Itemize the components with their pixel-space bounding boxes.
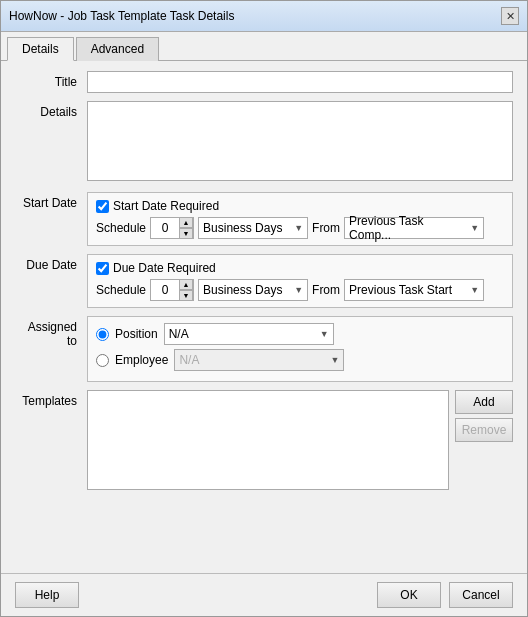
- employee-value: N/A: [179, 353, 199, 367]
- due-date-schedule-label: Schedule: [96, 283, 146, 297]
- assigned-to-field: Position N/A ▼ Employee N/A ▼: [87, 316, 513, 382]
- title-field: [87, 71, 513, 93]
- title-bar: HowNow - Job Task Template Task Details …: [1, 1, 527, 32]
- due-date-days-dropdown[interactable]: Business Days ▼: [198, 279, 308, 301]
- employee-radio[interactable]: [96, 354, 109, 367]
- due-date-required-checkbox[interactable]: [96, 262, 109, 275]
- details-input[interactable]: [87, 101, 513, 181]
- due-date-checkbox-row: Due Date Required: [96, 261, 504, 275]
- title-input[interactable]: [87, 71, 513, 93]
- due-date-box: Due Date Required Schedule ▲ ▼ Busin: [87, 254, 513, 308]
- start-date-days-dropdown[interactable]: Business Days ▼: [198, 217, 308, 239]
- tab-bar: Details Advanced: [1, 32, 527, 61]
- due-date-spinner-up[interactable]: ▲: [179, 279, 193, 290]
- form-content: Title Details Start Date Start Date Requ…: [1, 61, 527, 573]
- start-date-label: Start Date: [15, 192, 87, 210]
- close-button[interactable]: ✕: [501, 7, 519, 25]
- due-date-from-label: From: [312, 283, 340, 297]
- due-date-from-dropdown[interactable]: Previous Task Start ▼: [344, 279, 484, 301]
- position-label: Position: [115, 327, 158, 341]
- start-date-row: Start Date Start Date Required Schedule …: [15, 192, 513, 246]
- title-row: Title: [15, 71, 513, 93]
- due-date-from-arrow: ▼: [470, 285, 479, 295]
- tab-advanced[interactable]: Advanced: [76, 37, 159, 61]
- start-date-days-value: Business Days: [203, 221, 282, 235]
- position-dropdown[interactable]: N/A ▼: [164, 323, 334, 345]
- details-field: [87, 101, 513, 184]
- cancel-button[interactable]: Cancel: [449, 582, 513, 608]
- start-date-checkbox-row: Start Date Required: [96, 199, 504, 213]
- start-date-spinner: ▲ ▼: [150, 217, 194, 239]
- templates-label: Templates: [15, 390, 87, 408]
- templates-textarea[interactable]: [87, 390, 449, 490]
- start-date-schedule-row: Schedule ▲ ▼ Business Days ▼ Fr: [96, 217, 504, 239]
- main-window: HowNow - Job Task Template Task Details …: [0, 0, 528, 617]
- start-date-schedule-label: Schedule: [96, 221, 146, 235]
- ok-button[interactable]: OK: [377, 582, 441, 608]
- start-date-spinner-up[interactable]: ▲: [179, 217, 193, 228]
- due-date-spinner-input[interactable]: [151, 280, 179, 300]
- footer: Help OK Cancel: [1, 573, 527, 616]
- tab-details[interactable]: Details: [7, 37, 74, 61]
- start-date-required-checkbox[interactable]: [96, 200, 109, 213]
- help-button[interactable]: Help: [15, 582, 79, 608]
- templates-section: Add Remove: [87, 390, 513, 490]
- add-button[interactable]: Add: [455, 390, 513, 414]
- start-date-field: Start Date Required Schedule ▲ ▼ Bus: [87, 192, 513, 246]
- due-date-days-arrow: ▼: [294, 285, 303, 295]
- due-date-row: Due Date Due Date Required Schedule ▲ ▼: [15, 254, 513, 308]
- position-radio[interactable]: [96, 328, 109, 341]
- due-date-spinner: ▲ ▼: [150, 279, 194, 301]
- templates-row: Templates Add Remove: [15, 390, 513, 490]
- remove-button[interactable]: Remove: [455, 418, 513, 442]
- employee-dropdown: N/A ▼: [174, 349, 344, 371]
- due-date-checkbox-label: Due Date Required: [113, 261, 216, 275]
- assigned-to-label: Assigned to: [15, 316, 87, 348]
- footer-right: OK Cancel: [377, 582, 513, 608]
- position-dropdown-arrow: ▼: [320, 329, 329, 339]
- start-date-from-dropdown[interactable]: Previous Task Comp... ▼: [344, 217, 484, 239]
- start-date-spinner-buttons: ▲ ▼: [179, 217, 193, 239]
- due-date-days-value: Business Days: [203, 283, 282, 297]
- start-date-days-arrow: ▼: [294, 223, 303, 233]
- due-date-spinner-down[interactable]: ▼: [179, 290, 193, 301]
- due-date-schedule-row: Schedule ▲ ▼ Business Days ▼ Fr: [96, 279, 504, 301]
- start-date-from-label: From: [312, 221, 340, 235]
- templates-buttons: Add Remove: [455, 390, 513, 442]
- start-date-spinner-input[interactable]: [151, 218, 179, 238]
- start-date-checkbox-label: Start Date Required: [113, 199, 219, 213]
- employee-row: Employee N/A ▼: [96, 349, 504, 371]
- start-date-spinner-down[interactable]: ▼: [179, 228, 193, 239]
- employee-dropdown-arrow: ▼: [330, 355, 339, 365]
- start-date-from-value: Previous Task Comp...: [349, 214, 466, 242]
- due-date-field: Due Date Required Schedule ▲ ▼ Busin: [87, 254, 513, 308]
- position-row: Position N/A ▼: [96, 323, 504, 345]
- templates-field: Add Remove: [87, 390, 513, 490]
- details-row: Details: [15, 101, 513, 184]
- window-title: HowNow - Job Task Template Task Details: [9, 9, 234, 23]
- due-date-spinner-buttons: ▲ ▼: [179, 279, 193, 301]
- assigned-to-row: Assigned to Position N/A ▼ Employee: [15, 316, 513, 382]
- start-date-box: Start Date Required Schedule ▲ ▼ Bus: [87, 192, 513, 246]
- employee-label: Employee: [115, 353, 168, 367]
- due-date-from-value: Previous Task Start: [349, 283, 452, 297]
- title-label: Title: [15, 71, 87, 89]
- assigned-to-box: Position N/A ▼ Employee N/A ▼: [87, 316, 513, 382]
- due-date-label: Due Date: [15, 254, 87, 272]
- start-date-from-arrow: ▼: [470, 223, 479, 233]
- details-label: Details: [15, 101, 87, 119]
- position-value: N/A: [169, 327, 189, 341]
